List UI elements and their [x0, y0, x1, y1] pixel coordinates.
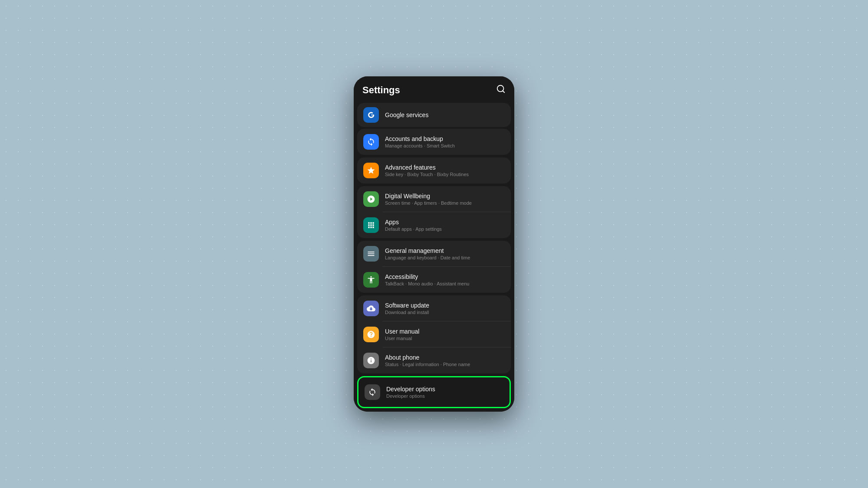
accessibility-subtitle: TalkBack · Mono audio · Assistant menu	[385, 281, 505, 286]
apps-subtitle: Default apps · App settings	[385, 226, 505, 232]
gm-icon	[367, 249, 375, 258]
sync-icon	[367, 138, 375, 146]
apps-title: Apps	[385, 219, 505, 226]
about-phone-title: About phone	[385, 354, 505, 361]
accounts-group: Accounts and backup Manage accounts · Sm…	[357, 129, 511, 155]
settings-item-accounts-backup[interactable]: Accounts and backup Manage accounts · Sm…	[357, 129, 511, 155]
settings-item-developer-options[interactable]: Developer options Developer options	[358, 377, 510, 407]
settings-item-software-update[interactable]: Software update Download and install	[357, 295, 511, 321]
search-icon	[496, 84, 506, 94]
accounts-backup-icon-wrapper	[363, 134, 379, 150]
about-phone-text: About phone Status · Legal information ·…	[385, 354, 505, 367]
dw-icon	[367, 195, 375, 203]
accessibility-text: Accessibility TalkBack · Mono audio · As…	[385, 273, 505, 286]
digital-wellbeing-subtitle: Screen time · App timers · Bedtime mode	[385, 200, 505, 206]
settings-header: Settings	[354, 76, 514, 101]
settings-item-about-phone[interactable]: About phone Status · Legal information ·…	[357, 347, 511, 373]
user-manual-icon-wrapper	[363, 327, 379, 342]
advanced-features-icon-wrapper	[363, 163, 379, 178]
advanced-features-text: Advanced features Side key · Bixby Touch…	[385, 164, 505, 177]
info-icon	[367, 356, 375, 365]
user-manual-subtitle: User manual	[385, 336, 505, 341]
star-icon	[367, 166, 375, 175]
general-management-text: General management Language and keyboard…	[385, 247, 505, 260]
digital-wellbeing-text: Digital Wellbeing Screen time · App time…	[385, 193, 505, 206]
advanced-features-subtitle: Side key · Bixby Touch · Bixby Routines	[385, 172, 505, 177]
about-phone-subtitle: Status · Legal information · Phone name	[385, 362, 505, 367]
accounts-backup-subtitle: Manage accounts · Smart Switch	[385, 143, 505, 148]
advanced-features-title: Advanced features	[385, 164, 505, 171]
general-accessibility-group: General management Language and keyboard…	[357, 241, 511, 293]
settings-item-digital-wellbeing[interactable]: Digital Wellbeing Screen time · App time…	[357, 186, 511, 212]
accessibility-icon-wrapper	[363, 272, 379, 288]
download-icon	[367, 304, 375, 313]
general-management-icon-wrapper	[363, 246, 379, 262]
software-update-icon-wrapper	[363, 301, 379, 316]
developer-options-icon-wrapper	[365, 384, 380, 400]
g-icon	[367, 111, 375, 119]
developer-options-title: Developer options	[386, 386, 503, 393]
help-icon	[367, 330, 375, 339]
developer-options-subtitle: Developer options	[386, 393, 503, 399]
digital-apps-group: Digital Wellbeing Screen time · App time…	[357, 186, 511, 238]
settings-item-advanced-features[interactable]: Advanced features Side key · Bixby Touch…	[357, 157, 511, 183]
developer-options-text: Developer options Developer options	[386, 386, 503, 399]
software-update-subtitle: Download and install	[385, 310, 505, 315]
misc-group: Software update Download and install Use…	[357, 295, 511, 373]
apps-icon-wrapper	[363, 217, 379, 233]
accessibility-icon	[367, 275, 375, 284]
accounts-backup-title: Accounts and backup	[385, 135, 505, 142]
svg-line-1	[503, 91, 504, 92]
google-services-label: Google services	[385, 111, 428, 118]
accessibility-title: Accessibility	[385, 273, 505, 280]
about-phone-icon-wrapper	[363, 353, 379, 368]
user-manual-title: User manual	[385, 328, 505, 335]
developer-options-group: Developer options Developer options	[357, 376, 511, 408]
software-update-text: Software update Download and install	[385, 302, 505, 315]
google-services-icon	[363, 107, 379, 123]
page-title: Settings	[362, 85, 400, 96]
advanced-features-group: Advanced features Side key · Bixby Touch…	[357, 157, 511, 183]
general-management-title: General management	[385, 247, 505, 254]
search-button[interactable]	[496, 84, 506, 96]
settings-item-apps[interactable]: Apps Default apps · App settings	[357, 212, 511, 238]
user-manual-text: User manual User manual	[385, 328, 505, 341]
apps-icon	[367, 221, 375, 229]
dev-icon	[368, 388, 377, 396]
digital-wellbeing-icon-wrapper	[363, 191, 379, 207]
settings-scroll-area: Google services Accounts and backup Mana…	[354, 101, 514, 412]
apps-text: Apps Default apps · App settings	[385, 219, 505, 232]
settings-item-general-management[interactable]: General management Language and keyboard…	[357, 241, 511, 267]
software-update-title: Software update	[385, 302, 505, 309]
digital-wellbeing-title: Digital Wellbeing	[385, 193, 505, 200]
settings-item-accessibility[interactable]: Accessibility TalkBack · Mono audio · As…	[357, 267, 511, 293]
settings-item-google-services[interactable]: Google services	[357, 103, 511, 127]
settings-item-user-manual[interactable]: User manual User manual	[357, 321, 511, 347]
accounts-backup-text: Accounts and backup Manage accounts · Sm…	[385, 135, 505, 148]
phone-screen: Settings Google services	[354, 76, 514, 412]
general-management-subtitle: Language and keyboard · Date and time	[385, 255, 505, 260]
